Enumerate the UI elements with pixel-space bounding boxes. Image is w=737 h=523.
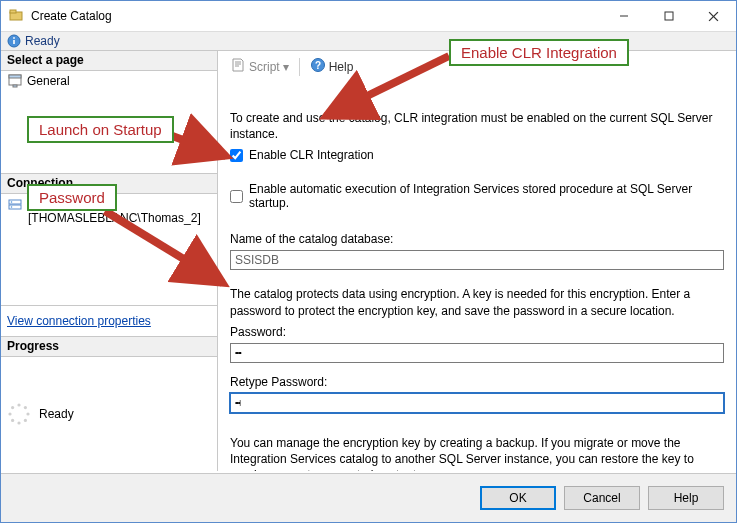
ready-status-text: Ready	[25, 34, 60, 48]
svg-rect-11	[13, 85, 17, 87]
main-panel: Script ▾ ? Help To create and use the ca…	[218, 51, 736, 471]
enable-auto-exec-label: Enable automatic execution of Integratio…	[249, 182, 724, 210]
enable-clr-label: Enable CLR Integration	[249, 148, 374, 162]
svg-text:?: ?	[315, 60, 321, 71]
help-label: Help	[329, 60, 354, 74]
svg-rect-8	[13, 37, 15, 39]
intro-text: To create and use the catalog, CLR integ…	[230, 110, 724, 142]
help-dialog-button[interactable]: Help	[648, 486, 724, 510]
page-list: General	[1, 71, 217, 173]
dialog-button-bar: OK Cancel Help	[1, 473, 736, 522]
svg-rect-1	[10, 10, 16, 13]
dialog-body: Select a page General Connection	[1, 51, 736, 471]
view-connection-properties-link[interactable]: View connection properties	[1, 306, 217, 337]
password-label: Password:	[230, 325, 724, 339]
select-page-header: Select a page	[1, 51, 217, 71]
window-title: Create Catalog	[31, 9, 601, 23]
dialog-window: Create Catalog Ready Select a page	[0, 0, 737, 523]
chevron-down-icon: ▾	[283, 60, 289, 74]
app-icon	[7, 7, 25, 25]
retype-password-input[interactable]	[230, 393, 724, 413]
titlebar: Create Catalog	[1, 1, 736, 32]
svg-point-21	[11, 419, 14, 422]
page-icon	[7, 73, 23, 89]
info-icon	[7, 34, 21, 48]
retype-password-label: Retype Password:	[230, 375, 724, 389]
svg-point-17	[24, 406, 27, 409]
sidebar: Select a page General Connection	[1, 51, 218, 471]
progress-header: Progress	[1, 337, 217, 357]
connection-server: .\tabular	[28, 197, 201, 211]
enable-auto-exec-checkbox[interactable]: Enable automatic execution of Integratio…	[230, 182, 724, 210]
help-icon: ?	[310, 57, 326, 76]
svg-rect-3	[665, 12, 673, 20]
enable-clr-checkbox[interactable]: Enable CLR Integration	[230, 148, 724, 162]
maximize-button[interactable]	[646, 2, 691, 30]
encryption-text: The catalog protects data using encrypti…	[230, 286, 724, 318]
svg-point-19	[24, 419, 27, 422]
ready-statusbar: Ready	[1, 32, 736, 51]
enable-clr-input[interactable]	[230, 149, 243, 162]
svg-point-15	[11, 206, 13, 208]
help-button[interactable]: ? Help	[310, 57, 354, 76]
close-button[interactable]	[691, 2, 736, 30]
db-name-input[interactable]	[230, 250, 724, 270]
svg-rect-10	[9, 75, 21, 78]
script-icon	[230, 57, 246, 76]
cancel-button[interactable]: Cancel	[564, 486, 640, 510]
sidebar-item-general[interactable]: General	[1, 71, 217, 91]
backup-text: You can manage the encryption key by cre…	[230, 435, 724, 471]
svg-point-22	[8, 412, 11, 415]
svg-rect-7	[13, 40, 15, 44]
script-label: Script	[249, 60, 280, 74]
connection-user: [THOMASLEBLANC\Thomas_2]	[28, 211, 201, 225]
enable-auto-exec-input[interactable]	[230, 190, 243, 203]
toolbar: Script ▾ ? Help	[230, 57, 724, 76]
ok-button[interactable]: OK	[480, 486, 556, 510]
db-name-label: Name of the catalog database:	[230, 232, 724, 246]
connection-header: Connection	[1, 173, 217, 194]
connection-area: .\tabular [THOMASLEBLANC\Thomas_2]	[1, 194, 217, 306]
toolbar-separator	[299, 58, 300, 76]
sidebar-item-label: General	[27, 74, 70, 88]
password-input[interactable]	[230, 343, 724, 363]
svg-point-23	[11, 406, 14, 409]
progress-area: Ready	[1, 357, 217, 471]
svg-point-14	[11, 201, 13, 203]
svg-point-20	[17, 421, 20, 424]
minimize-button[interactable]	[601, 2, 646, 30]
progress-text: Ready	[39, 407, 74, 421]
script-button[interactable]: Script ▾	[230, 57, 289, 76]
svg-point-18	[26, 412, 29, 415]
progress-spinner-icon	[7, 402, 31, 426]
server-icon	[7, 197, 23, 213]
svg-point-16	[17, 403, 20, 406]
